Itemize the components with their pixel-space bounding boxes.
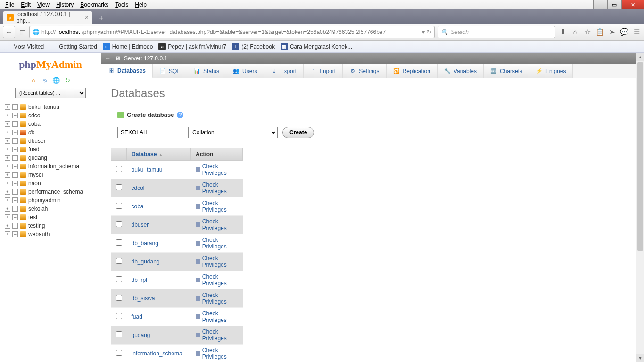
expand-icon[interactable]: +	[5, 214, 10, 220]
check-privileges-link[interactable]: Check Privileges	[196, 218, 238, 231]
tree-item-naon[interactable]: +–naon	[3, 179, 98, 188]
menu-view[interactable]: View	[34, 0, 53, 9]
clipboard-icon[interactable]: 📋	[595, 27, 604, 37]
tree-item-information_schema[interactable]: +–information_schema	[3, 162, 98, 171]
tree-item-webauth[interactable]: +–webauth	[3, 230, 98, 239]
db-name-link[interactable]: db_barang	[132, 240, 158, 247]
tab-replication[interactable]: 🔁Replication	[387, 64, 438, 78]
tree-item-fuad[interactable]: +–fuad	[3, 145, 98, 154]
db-name-link[interactable]: dbuser	[132, 222, 149, 228]
bookmark-most-visited[interactable]: Most Visited	[4, 43, 44, 50]
check-privileges-link[interactable]: Check Privileges	[196, 329, 238, 342]
window-minimize-button[interactable]: ─	[593, 0, 607, 9]
bookmark-star-icon[interactable]: ☆	[583, 27, 592, 37]
tab-charsets[interactable]: 🔤Charsets	[484, 64, 529, 78]
expand-icon[interactable]: +	[5, 138, 10, 144]
col-database[interactable]: Database▲	[127, 148, 191, 161]
tab-variables[interactable]: 🔧Variables	[438, 64, 484, 78]
reader-icon[interactable]: ▾	[422, 29, 425, 35]
menu-edit[interactable]: Edit	[17, 0, 34, 9]
expand2-icon[interactable]: –	[12, 197, 18, 203]
check-privileges-link[interactable]: Check Privileges	[196, 310, 238, 323]
tab-close-icon[interactable]: ×	[85, 14, 89, 21]
expand-icon[interactable]: +	[5, 147, 10, 152]
row-checkbox[interactable]	[116, 295, 122, 301]
collapse-panel-icon[interactable]: ←	[105, 55, 112, 62]
expand2-icon[interactable]: –	[12, 214, 18, 220]
shield-icon[interactable]: ▥	[18, 26, 26, 38]
row-checkbox[interactable]	[116, 276, 122, 282]
tree-item-test[interactable]: +–test	[3, 213, 98, 222]
db-name-link[interactable]: fuad	[132, 313, 142, 320]
tree-item-cdcol[interactable]: +–cdcol	[3, 111, 98, 120]
expand2-icon[interactable]: –	[12, 138, 18, 144]
expand2-icon[interactable]: –	[12, 231, 18, 237]
tree-item-phpmyadmin[interactable]: +–phpmyadmin	[3, 196, 98, 205]
tab-sql[interactable]: 📄SQL	[153, 64, 187, 78]
tab-users[interactable]: 👥Users	[226, 64, 264, 78]
expand2-icon[interactable]: –	[12, 189, 18, 195]
row-checkbox[interactable]	[116, 313, 122, 319]
expand2-icon[interactable]: –	[12, 172, 18, 178]
menu-bookmarks[interactable]: Bookmarks	[77, 0, 112, 9]
db-name-link[interactable]: db_rpl	[132, 277, 147, 283]
expand-icon[interactable]: +	[5, 189, 10, 195]
tree-item-testing[interactable]: +–testing	[3, 222, 98, 230]
help-icon[interactable]: ?	[177, 112, 183, 118]
expand2-icon[interactable]: –	[12, 130, 18, 135]
docs-icon[interactable]: ↻	[64, 76, 71, 84]
check-privileges-link[interactable]: Check Privileges	[196, 347, 238, 360]
tab-status[interactable]: 📊Status	[187, 64, 226, 78]
tab-import[interactable]: ⤒Import	[304, 64, 343, 78]
recent-tables-select[interactable]: (Recent tables) ...	[15, 88, 86, 98]
db-name-link[interactable]: db_siswa	[132, 295, 155, 302]
expand-icon[interactable]: +	[5, 164, 10, 169]
row-checkbox[interactable]	[116, 221, 122, 227]
tree-item-mysql[interactable]: +–mysql	[3, 171, 98, 179]
expand-icon[interactable]: +	[5, 231, 10, 237]
tree-item-sekolah[interactable]: +–sekolah	[3, 205, 98, 213]
bookmark-edmodo[interactable]: eHome | Edmodo	[103, 43, 153, 50]
send-icon[interactable]: ➤	[607, 27, 617, 37]
logout-icon[interactable]: ⎋	[41, 76, 49, 84]
row-checkbox[interactable]	[116, 331, 122, 337]
new-tab-button[interactable]: +	[95, 13, 107, 24]
tab-engines[interactable]: ⚡Engines	[529, 64, 573, 78]
expand-icon[interactable]: +	[5, 155, 10, 161]
row-checkbox[interactable]	[116, 350, 122, 356]
reload-icon[interactable]: ↻	[427, 29, 431, 35]
expand-icon[interactable]: +	[5, 197, 10, 203]
expand-icon[interactable]: +	[5, 172, 10, 178]
vertical-scrollbar[interactable]: ▲ ▼	[636, 53, 644, 362]
db-name-input[interactable]	[117, 127, 183, 138]
window-close-button[interactable]: ✕	[621, 0, 644, 9]
tab-databases[interactable]: 🗄Databases	[101, 64, 153, 78]
expand-icon[interactable]: +	[5, 104, 10, 110]
expand2-icon[interactable]: –	[12, 206, 18, 212]
expand-icon[interactable]: +	[5, 121, 10, 127]
db-name-link[interactable]: db_gudang	[132, 258, 160, 265]
row-checkbox[interactable]	[116, 258, 122, 264]
tree-item-performance_schema[interactable]: +–performance_schema	[3, 188, 98, 196]
expand2-icon[interactable]: –	[12, 147, 18, 152]
home-icon[interactable]: ⌂	[570, 27, 580, 37]
expand-icon[interactable]: +	[5, 181, 10, 186]
tab-settings[interactable]: ⚙Settings	[343, 64, 386, 78]
row-checkbox[interactable]	[116, 184, 122, 190]
row-checkbox[interactable]	[116, 239, 122, 246]
browser-tab[interactable]: p localhost / 127.0.0.1 | php... ×	[3, 11, 92, 24]
expand-icon[interactable]: +	[5, 113, 10, 118]
db-name-link[interactable]: buku_tamuu	[132, 166, 163, 173]
scroll-thumb[interactable]	[637, 62, 643, 251]
check-privileges-link[interactable]: Check Privileges	[196, 292, 238, 305]
back-button[interactable]: ←	[3, 26, 15, 38]
check-privileges-link[interactable]: Check Privileges	[196, 255, 238, 268]
expand-icon[interactable]: +	[5, 206, 10, 212]
tree-item-db[interactable]: +–db	[3, 128, 98, 137]
create-button[interactable]: Create	[282, 127, 314, 138]
downloads-icon[interactable]: ⬇	[558, 27, 568, 37]
sql-quick-icon[interactable]: 🌐	[52, 76, 60, 84]
row-checkbox[interactable]	[116, 203, 122, 209]
tree-item-buku_tamuu[interactable]: +–buku_tamuu	[3, 103, 98, 111]
chat-icon[interactable]: 💬	[619, 27, 629, 37]
